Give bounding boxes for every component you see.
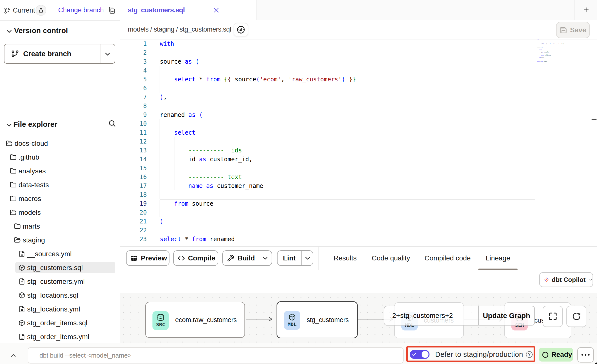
lineage-selector-input[interactable]: 2+stg_customers+2: [384, 306, 479, 326]
folder-icon: [10, 195, 17, 202]
tree-item-models[interactable]: models: [0, 205, 120, 219]
panel-tab-lineage[interactable]: Lineage: [478, 250, 518, 266]
lint-split-divider: [301, 251, 302, 265]
panel-tab-compiled-code[interactable]: Compiled code: [417, 250, 478, 266]
new-tab-plus-icon[interactable]: [583, 6, 590, 13]
dbt-copilot-button[interactable]: dbt Copilot: [539, 272, 593, 287]
lint-dropdown-chevron-icon[interactable]: [304, 255, 311, 262]
tree-item-stg-customers-yml[interactable]: stg_customers.yml: [0, 274, 120, 288]
tree-item-stg-customers-sql[interactable]: stg_customers.sql: [0, 261, 120, 274]
line-number: 2: [120, 48, 147, 57]
breadcrumb-segment[interactable]: staging: [154, 26, 174, 33]
code-line-19[interactable]: 19 from source: [120, 199, 597, 208]
code-line-1[interactable]: 1with: [120, 39, 597, 48]
line-number: 4: [120, 66, 147, 75]
code-line-21[interactable]: 21): [120, 217, 597, 226]
tree-item-data-tests[interactable]: data-tests: [0, 178, 120, 192]
fullscreen-icon: [548, 312, 557, 321]
toggle-check-icon: [412, 352, 416, 357]
create-branch-dropdown-chevron-icon[interactable]: [104, 50, 111, 58]
defer-help-icon[interactable]: ?: [526, 351, 533, 358]
editor-minimap[interactable]: withsource as ( select * from {{ source(…: [537, 39, 578, 63]
code-line-6[interactable]: 6: [120, 84, 597, 93]
code-line-2[interactable]: 2: [120, 48, 597, 57]
panel-tab-code-quality[interactable]: Code quality: [364, 250, 418, 266]
tree-item-label: marts: [23, 222, 40, 230]
code-line-10[interactable]: 10: [120, 119, 597, 128]
version-control-title: Version control: [14, 26, 68, 35]
update-graph-button[interactable]: Update Graph: [478, 306, 535, 326]
code-line-12[interactable]: 12: [120, 137, 597, 146]
code-line-13[interactable]: 13 ---------- ids: [120, 146, 597, 155]
tab-title[interactable]: stg_customers.sql: [128, 6, 185, 14]
tree-item-docs-cloud[interactable]: docs-cloud: [0, 136, 120, 150]
code-line-24[interactable]: 24: [120, 244, 597, 246]
command-input[interactable]: dbt build --select <model_name>: [28, 347, 404, 364]
line-number: 24: [120, 244, 147, 246]
breadcrumb-segment[interactable]: models: [128, 26, 149, 33]
tree-item-marts[interactable]: marts: [0, 219, 120, 233]
lineage-refresh-button[interactable]: [566, 306, 586, 327]
build-split-button[interactable]: Build: [222, 250, 272, 266]
code-line-8[interactable]: 8: [120, 102, 597, 110]
tree-item-staging[interactable]: staging: [0, 233, 120, 247]
status-badge[interactable]: Ready: [539, 348, 573, 362]
file-icon: [19, 278, 25, 285]
build-dropdown-chevron-icon[interactable]: [262, 255, 269, 262]
code-line-18[interactable]: 18: [120, 190, 597, 199]
code-line-9[interactable]: 9renamed as (: [120, 110, 597, 119]
lineage-fullscreen-button[interactable]: [543, 306, 563, 327]
code-line-5[interactable]: 5 select * from {{ source('ecom', 'raw_c…: [120, 75, 597, 84]
code-line-14[interactable]: 14 id as customer_id,: [120, 155, 597, 164]
folder-open-icon: [10, 209, 17, 216]
tree-item-stg-locations-sql[interactable]: stg_locations.sql: [0, 288, 120, 302]
code-line-3[interactable]: 3source as (: [120, 57, 597, 66]
code-line-4[interactable]: 4: [120, 66, 597, 75]
code-line-20[interactable]: 20: [120, 208, 597, 217]
code-editor[interactable]: 1with23source as (45 select * from {{ so…: [120, 39, 597, 246]
file-explorer-collapse-chevron-icon[interactable]: [5, 121, 13, 129]
tree-item-macros[interactable]: macros: [0, 192, 120, 205]
file-navigate-button[interactable]: [234, 23, 248, 36]
lineage-node-stg-customers[interactable]: MDL stg_customers: [277, 301, 358, 338]
tree-item-analyses[interactable]: analyses: [0, 164, 120, 178]
minimap-line: renamed as (: [537, 47, 543, 48]
tree-item-stg-order-items-sql[interactable]: stg_order_items.sql: [0, 316, 120, 330]
line-number: 3: [120, 57, 147, 66]
compile-button[interactable]: Compile: [173, 250, 218, 266]
more-options-button[interactable]: [577, 347, 594, 363]
lint-split-button[interactable]: Lint: [277, 250, 313, 266]
version-control-collapse-chevron-icon[interactable]: [5, 28, 13, 35]
change-branch-link[interactable]: Change branch: [58, 6, 104, 14]
save-button[interactable]: Save: [556, 22, 590, 38]
line-number: 20: [120, 208, 147, 217]
defer-toggle[interactable]: [410, 350, 429, 359]
panel-tab-results[interactable]: Results: [326, 250, 364, 266]
line-number: 5: [120, 75, 147, 84]
breadcrumb-segment[interactable]: stg_customers.sql: [180, 26, 231, 33]
tree-item-stg-order-items-yml[interactable]: stg_order_items.yml: [0, 330, 120, 344]
copy-branch-icon[interactable]: [108, 6, 116, 14]
lineage-node-ecom-raw-customers[interactable]: SRC ecom.raw_customers: [145, 302, 245, 338]
code-line-11[interactable]: 11 select: [120, 128, 597, 137]
tree-item--github[interactable]: .github: [0, 150, 120, 164]
folder-open-icon: [14, 237, 21, 243]
tab-close-icon[interactable]: [213, 6, 220, 14]
code-line-7[interactable]: 7),: [120, 93, 597, 102]
code-line-23[interactable]: 23select * from renamed: [120, 235, 597, 244]
compile-button-label: Compile: [188, 254, 215, 262]
collapse-footer-chevron-icon[interactable]: [10, 352, 17, 359]
code-line-22[interactable]: 22: [120, 226, 597, 235]
tree-item-stg-locations-yml[interactable]: stg_locations.yml: [0, 302, 120, 316]
line-number: 13: [120, 146, 147, 155]
code-line-15[interactable]: 15: [120, 164, 597, 173]
code-line-17[interactable]: 17 name as customer_name: [120, 182, 597, 190]
code-text: ---------- ids: [160, 146, 242, 155]
create-branch-main[interactable]: Create branch: [4, 44, 100, 64]
save-floppy-icon: [560, 26, 567, 34]
tree-item--sources-yml[interactable]: __sources.yml: [0, 247, 120, 261]
file-search-icon[interactable]: [108, 119, 116, 127]
code-line-16[interactable]: 16 ---------- text: [120, 173, 597, 182]
code-text: select * from renamed: [160, 235, 235, 244]
preview-button[interactable]: Preview: [126, 250, 169, 266]
